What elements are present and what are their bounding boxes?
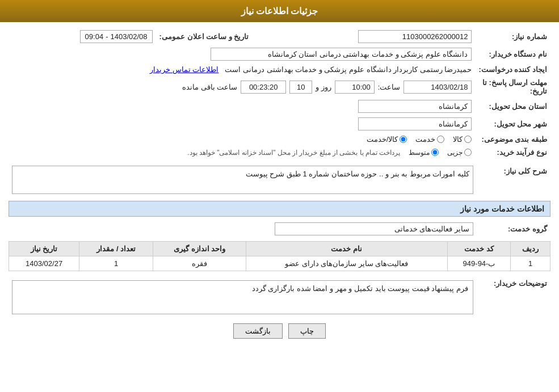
remaining-days-value: 10 [289, 81, 312, 94]
cell-code-1: ب-94-949 [447, 256, 511, 271]
category-option-goods-service[interactable]: کالا/خدمت [367, 135, 407, 144]
col-header-code: کد خدمت [447, 242, 511, 256]
deadline-time-value: 10:00 [335, 81, 375, 94]
print-button[interactable]: چاپ [288, 323, 326, 339]
purchase-type-label: نوع فرآیند خرید: [475, 146, 550, 159]
service-group-value: سایر فعالیت‌های خدماتی [275, 222, 473, 235]
description-value: کلیه امورات مربوط به بنر و .. حوزه ساختم… [12, 166, 473, 194]
table-row: 1 ب-94-949 فعالیت‌های سایر سازمان‌های دا… [9, 256, 550, 271]
purchase-option-medium[interactable]: متوسط [409, 149, 439, 157]
cell-date-1: 1403/02/27 [9, 256, 79, 271]
cell-unit-1: فقره [153, 256, 246, 271]
creator-name: حمیدرضا رستمی کاربردار دانشگاه علوم پزشک… [225, 65, 472, 74]
purchase-option-partial[interactable]: جزیی [447, 149, 472, 157]
category-option-service[interactable]: خدمت [415, 135, 444, 144]
buyer-notes-label: توضیحات خریدار: [477, 276, 550, 317]
city-value: کرمانشاه [358, 117, 472, 130]
city-label: شهر محل تحویل: [475, 115, 550, 133]
col-header-row: ردیف [511, 242, 550, 256]
back-button[interactable]: بازگشت [233, 323, 283, 339]
remaining-time-value: 00:23:20 [241, 81, 286, 94]
service-group-label: گروه خدمت: [477, 220, 550, 238]
buyer-org-value: دانشگاه علوم پزشکی و خدمات بهداشتی درمان… [211, 48, 472, 61]
deadline-time-label: ساعت: [378, 83, 401, 91]
category-option-goods[interactable]: کالا [453, 135, 472, 144]
province-label: استان محل تحویل: [475, 98, 550, 115]
category-label: طبقه بندی موضوعی: [475, 133, 550, 146]
description-label: شرح کلی نیاز: [477, 163, 550, 196]
need-number-label: شماره نیاز: [475, 28, 550, 45]
col-header-name: نام خدمت [246, 242, 447, 256]
page-title: جزئیات اطلاعات نیاز [0, 0, 559, 22]
creator-label: ایجاد کننده درخواست: [475, 63, 550, 76]
purchase-note: پرداخت تمام یا بخشی از مبلغ خریدار از مح… [187, 149, 400, 157]
remaining-time-label: ساعت باقی مانده [182, 83, 237, 91]
province-value: کرمانشاه [358, 100, 472, 113]
col-header-unit: واحد اندازه گیری [153, 242, 246, 256]
col-header-date: تاریخ نیاز [9, 242, 79, 256]
cell-name-1: فعالیت‌های سایر سازمان‌های دارای عضو [246, 256, 447, 271]
response-deadline-label: مهلت ارسال پاسخ: تا تاریخ: [475, 76, 550, 98]
creator-contact-link[interactable]: اطلاعات تماس خریدار [150, 65, 218, 74]
need-number-value: 1103000262000012 [358, 30, 472, 43]
announce-datetime-value: 1403/02/08 - 09:04 [80, 30, 153, 43]
deadline-date-value: 1403/02/18 [404, 81, 472, 94]
announce-datetime-label: تاریخ و ساعت اعلان عمومی: [156, 28, 253, 45]
cell-qty-1: 1 [79, 256, 153, 271]
col-header-qty: تعداد / مقدار [79, 242, 153, 256]
buyer-notes-value: فرم پیشنهاد قیمت پیوست باید تکمیل و مهر … [12, 280, 473, 314]
services-section-header: اطلاعات خدمات مورد نیاز [9, 201, 550, 217]
cell-row-1: 1 [511, 256, 550, 271]
buyer-org-label: نام دستگاه خریدار: [475, 45, 550, 63]
remaining-days-label: روز و [316, 83, 331, 91]
